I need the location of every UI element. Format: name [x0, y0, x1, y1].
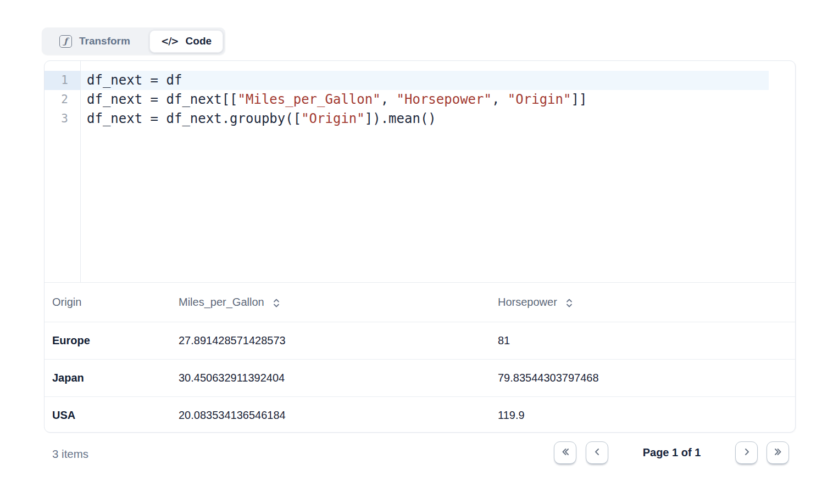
next-page-button[interactable] [735, 441, 758, 464]
previous-page-button[interactable] [586, 441, 608, 464]
first-page-button[interactable] [554, 441, 576, 464]
line-number: 2 [45, 90, 80, 109]
tab-code-label: Code [186, 35, 212, 47]
table-header-row: Origin Miles_per_Gallon Horsepower [45, 283, 795, 322]
view-toggle-tabbar: ƒ Transform </> Code [42, 27, 225, 55]
tab-transform-label: Transform [79, 35, 130, 47]
code-line[interactable]: 3 df_next = df_next.groupby(["Origin"]).… [45, 109, 769, 128]
code-line-content[interactable]: df_next = df_next[["Miles_per_Gallon", "… [80, 90, 769, 109]
table-row: Japan 30.450632911392404 79.835443037974… [45, 359, 795, 396]
cell-horsepower: 119.9 [498, 409, 795, 422]
cell-origin: Japan [45, 372, 179, 384]
transform-panel: 1 df_next = df 2 df_next = df_next[["Mil… [44, 60, 796, 433]
cell-horsepower: 81 [498, 334, 795, 347]
gutter-divider [80, 61, 81, 282]
items-count: 3 items [52, 447, 88, 461]
tab-code[interactable]: </> Code [149, 30, 223, 53]
function-icon: ƒ [59, 35, 72, 48]
double-chevron-left-icon [560, 446, 571, 459]
table-row: Europe 27.891428571428573 81 [45, 322, 795, 359]
sort-chevrons-icon[interactable] [565, 298, 573, 309]
cell-origin: USA [45, 409, 179, 422]
code-line[interactable]: 1 df_next = df [45, 71, 769, 90]
cell-miles-per-gallon: 30.450632911392404 [179, 372, 498, 384]
chevron-right-icon [741, 446, 752, 459]
tab-transform[interactable]: ƒ Transform [42, 35, 149, 48]
cell-miles-per-gallon: 27.891428571428573 [179, 334, 498, 347]
cell-origin: Europe [45, 334, 179, 347]
code-slash-icon: </> [161, 36, 179, 47]
sort-chevrons-icon[interactable] [273, 298, 280, 309]
table-row: USA 20.083534136546184 119.9 [45, 396, 795, 433]
code-line-content[interactable]: df_next = df [80, 71, 769, 90]
code-editor[interactable]: 1 df_next = df 2 df_next = df_next[["Mil… [45, 61, 795, 282]
code-line[interactable]: 2 df_next = df_next[["Miles_per_Gallon",… [45, 90, 769, 109]
line-number: 3 [45, 109, 80, 128]
column-header-origin: Origin [45, 296, 179, 309]
cell-horsepower: 79.83544303797468 [498, 372, 795, 384]
last-page-button[interactable] [767, 441, 789, 464]
column-header-horsepower[interactable]: Horsepower [498, 296, 795, 309]
line-number: 1 [45, 71, 80, 90]
chevron-left-icon [592, 446, 603, 459]
result-table: Origin Miles_per_Gallon Horsepower [45, 282, 795, 433]
page-indicator: Page 1 of 1 [632, 441, 712, 464]
code-line-content[interactable]: df_next = df_next.groupby(["Origin"]).me… [80, 109, 769, 128]
double-chevron-right-icon [773, 446, 784, 459]
column-header-miles-per-gallon[interactable]: Miles_per_Gallon [179, 296, 498, 309]
cell-miles-per-gallon: 20.083534136546184 [179, 409, 498, 422]
